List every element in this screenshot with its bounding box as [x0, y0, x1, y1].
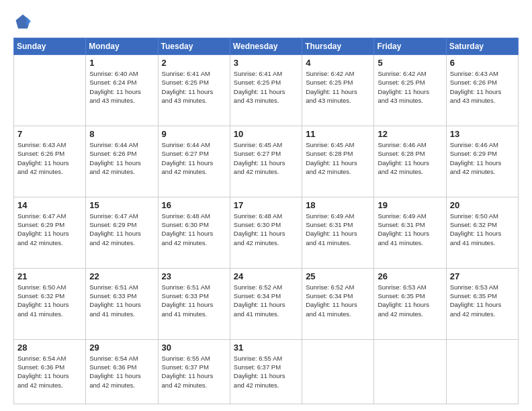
- day-info: Sunrise: 6:47 AMSunset: 6:29 PMDaylight:…: [17, 212, 82, 247]
- day-info: Sunrise: 6:44 AMSunset: 6:27 PMDaylight:…: [162, 140, 226, 176]
- day-number: 20: [450, 200, 515, 210]
- calendar-day-cell: 21Sunrise: 6:50 AMSunset: 6:32 PMDayligh…: [14, 268, 86, 339]
- day-number: 14: [17, 200, 82, 210]
- day-info: Sunrise: 6:44 AMSunset: 6:26 PMDaylight:…: [89, 140, 154, 176]
- weekday-header: Wednesday: [230, 38, 302, 55]
- day-number: 26: [378, 271, 442, 281]
- day-number: 16: [162, 200, 226, 210]
- calendar-week-row: 1Sunrise: 6:40 AMSunset: 6:24 PMDaylight…: [14, 55, 519, 126]
- calendar-day-cell: [446, 339, 518, 404]
- day-number: 5: [378, 58, 442, 68]
- day-info: Sunrise: 6:46 AMSunset: 6:29 PMDaylight:…: [450, 140, 515, 176]
- logo: [13, 12, 35, 31]
- day-number: 9: [162, 129, 226, 139]
- calendar-day-cell: 25Sunrise: 6:52 AMSunset: 6:34 PMDayligh…: [302, 268, 374, 339]
- svg-marker-1: [26, 17, 31, 26]
- calendar-day-cell: 28Sunrise: 6:54 AMSunset: 6:36 PMDayligh…: [14, 339, 86, 404]
- day-number: 23: [162, 271, 226, 281]
- calendar-day-cell: 6Sunrise: 6:43 AMSunset: 6:26 PMDaylight…: [446, 55, 518, 126]
- day-number: 1: [89, 58, 154, 68]
- day-info: Sunrise: 6:49 AMSunset: 6:31 PMDaylight:…: [306, 212, 370, 247]
- day-number: 4: [306, 58, 370, 68]
- day-number: 15: [89, 200, 154, 210]
- day-number: 12: [378, 129, 442, 139]
- day-number: 30: [162, 342, 226, 353]
- calendar-week-row: 21Sunrise: 6:50 AMSunset: 6:32 PMDayligh…: [14, 268, 519, 339]
- calendar-day-cell: [374, 339, 446, 404]
- day-info: Sunrise: 6:50 AMSunset: 6:32 PMDaylight:…: [450, 212, 515, 247]
- calendar-day-cell: 11Sunrise: 6:45 AMSunset: 6:28 PMDayligh…: [302, 126, 374, 197]
- day-info: Sunrise: 6:41 AMSunset: 6:25 PMDaylight:…: [234, 69, 298, 105]
- day-number: 2: [162, 58, 226, 68]
- day-number: 19: [378, 200, 442, 210]
- day-info: Sunrise: 6:48 AMSunset: 6:30 PMDaylight:…: [234, 212, 298, 247]
- calendar-day-cell: 18Sunrise: 6:49 AMSunset: 6:31 PMDayligh…: [302, 197, 374, 268]
- day-info: Sunrise: 6:51 AMSunset: 6:33 PMDaylight:…: [162, 283, 226, 318]
- day-number: 31: [234, 342, 298, 353]
- calendar-day-cell: 2Sunrise: 6:41 AMSunset: 6:25 PMDaylight…: [158, 55, 230, 126]
- day-info: Sunrise: 6:46 AMSunset: 6:28 PMDaylight:…: [378, 140, 442, 176]
- calendar-day-cell: 23Sunrise: 6:51 AMSunset: 6:33 PMDayligh…: [158, 268, 230, 339]
- calendar-day-cell: 5Sunrise: 6:42 AMSunset: 6:25 PMDaylight…: [374, 55, 446, 126]
- weekday-header: Thursday: [302, 38, 374, 55]
- day-info: Sunrise: 6:43 AMSunset: 6:26 PMDaylight:…: [17, 140, 82, 176]
- header: [13, 12, 519, 31]
- day-number: 17: [234, 200, 298, 210]
- weekday-header: Monday: [86, 38, 158, 55]
- page: SundayMondayTuesdayWednesdayThursdayFrid…: [0, 0, 532, 411]
- calendar-day-cell: [14, 55, 86, 126]
- day-info: Sunrise: 6:49 AMSunset: 6:31 PMDaylight:…: [378, 212, 442, 247]
- weekday-header: Tuesday: [158, 38, 230, 55]
- calendar-day-cell: 10Sunrise: 6:45 AMSunset: 6:27 PMDayligh…: [230, 126, 302, 197]
- day-number: 11: [306, 129, 370, 139]
- day-number: 18: [306, 200, 370, 210]
- calendar-day-cell: 20Sunrise: 6:50 AMSunset: 6:32 PMDayligh…: [446, 197, 518, 268]
- day-info: Sunrise: 6:43 AMSunset: 6:26 PMDaylight:…: [450, 69, 515, 105]
- day-number: 3: [234, 58, 298, 68]
- calendar-day-cell: 19Sunrise: 6:49 AMSunset: 6:31 PMDayligh…: [374, 197, 446, 268]
- day-info: Sunrise: 6:40 AMSunset: 6:24 PMDaylight:…: [89, 69, 154, 105]
- calendar-week-row: 7Sunrise: 6:43 AMSunset: 6:26 PMDaylight…: [14, 126, 519, 197]
- calendar-table: SundayMondayTuesdayWednesdayThursdayFrid…: [13, 38, 519, 404]
- day-info: Sunrise: 6:53 AMSunset: 6:35 PMDaylight:…: [378, 283, 442, 318]
- calendar-week-row: 28Sunrise: 6:54 AMSunset: 6:36 PMDayligh…: [14, 339, 519, 404]
- calendar-day-cell: 7Sunrise: 6:43 AMSunset: 6:26 PMDaylight…: [14, 126, 86, 197]
- day-info: Sunrise: 6:55 AMSunset: 6:37 PMDaylight:…: [234, 354, 298, 390]
- logo-icon: [13, 12, 32, 31]
- calendar-day-cell: 9Sunrise: 6:44 AMSunset: 6:27 PMDaylight…: [158, 126, 230, 197]
- calendar-day-cell: 4Sunrise: 6:42 AMSunset: 6:25 PMDaylight…: [302, 55, 374, 126]
- day-info: Sunrise: 6:52 AMSunset: 6:34 PMDaylight:…: [234, 283, 298, 318]
- calendar-day-cell: 26Sunrise: 6:53 AMSunset: 6:35 PMDayligh…: [374, 268, 446, 339]
- day-info: Sunrise: 6:51 AMSunset: 6:33 PMDaylight:…: [89, 283, 154, 318]
- day-number: 8: [89, 129, 154, 139]
- day-number: 29: [89, 342, 154, 353]
- day-number: 28: [17, 342, 82, 353]
- day-info: Sunrise: 6:41 AMSunset: 6:25 PMDaylight:…: [162, 69, 226, 105]
- calendar-day-cell: 13Sunrise: 6:46 AMSunset: 6:29 PMDayligh…: [446, 126, 518, 197]
- weekday-header: Friday: [374, 38, 446, 55]
- day-info: Sunrise: 6:55 AMSunset: 6:37 PMDaylight:…: [162, 354, 226, 390]
- day-info: Sunrise: 6:42 AMSunset: 6:25 PMDaylight:…: [378, 69, 442, 105]
- calendar-day-cell: 29Sunrise: 6:54 AMSunset: 6:36 PMDayligh…: [86, 339, 158, 404]
- day-number: 27: [450, 271, 515, 281]
- day-info: Sunrise: 6:48 AMSunset: 6:30 PMDaylight:…: [162, 212, 226, 247]
- day-number: 13: [450, 129, 515, 139]
- day-number: 10: [234, 129, 298, 139]
- day-info: Sunrise: 6:45 AMSunset: 6:27 PMDaylight:…: [234, 140, 298, 176]
- day-number: 6: [450, 58, 515, 68]
- calendar-day-cell: 1Sunrise: 6:40 AMSunset: 6:24 PMDaylight…: [86, 55, 158, 126]
- weekday-header: Sunday: [14, 38, 86, 55]
- day-info: Sunrise: 6:45 AMSunset: 6:28 PMDaylight:…: [306, 140, 370, 176]
- calendar-day-cell: 22Sunrise: 6:51 AMSunset: 6:33 PMDayligh…: [86, 268, 158, 339]
- day-info: Sunrise: 6:52 AMSunset: 6:34 PMDaylight:…: [306, 283, 370, 318]
- day-number: 25: [306, 271, 370, 281]
- day-info: Sunrise: 6:50 AMSunset: 6:32 PMDaylight:…: [17, 283, 82, 318]
- calendar-day-cell: 24Sunrise: 6:52 AMSunset: 6:34 PMDayligh…: [230, 268, 302, 339]
- calendar-day-cell: 30Sunrise: 6:55 AMSunset: 6:37 PMDayligh…: [158, 339, 230, 404]
- calendar-day-cell: 12Sunrise: 6:46 AMSunset: 6:28 PMDayligh…: [374, 126, 446, 197]
- day-info: Sunrise: 6:42 AMSunset: 6:25 PMDaylight:…: [306, 69, 370, 105]
- day-info: Sunrise: 6:54 AMSunset: 6:36 PMDaylight:…: [17, 354, 82, 390]
- day-number: 22: [89, 271, 154, 281]
- day-info: Sunrise: 6:47 AMSunset: 6:29 PMDaylight:…: [89, 212, 154, 247]
- calendar-day-cell: 16Sunrise: 6:48 AMSunset: 6:30 PMDayligh…: [158, 197, 230, 268]
